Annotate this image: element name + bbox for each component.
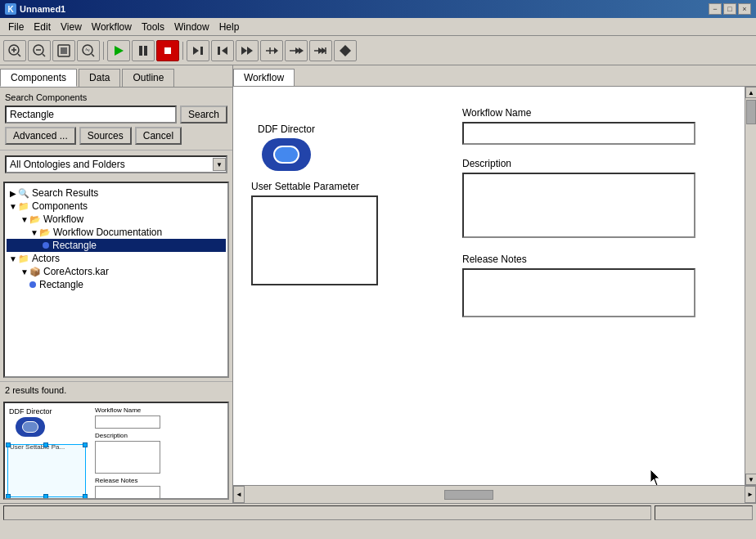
ddf-director-component[interactable]: DDF Director bbox=[258, 124, 315, 171]
scroll-left-button[interactable]: ◄ bbox=[233, 486, 245, 503]
dropdown-row: All Ontologies and Folders Components Ac… bbox=[0, 150, 232, 178]
close-button[interactable]: × bbox=[738, 3, 751, 15]
folder-open-icon: 📂 bbox=[29, 214, 41, 225]
toolbar-sep-2 bbox=[182, 42, 183, 60]
resize-handle-bm bbox=[43, 494, 48, 499]
search-input[interactable] bbox=[5, 106, 177, 124]
workflow-canvas[interactable]: DDF Director User Settable Parameter Wor… bbox=[233, 87, 745, 485]
svg-line-6 bbox=[43, 54, 45, 56]
step-button[interactable] bbox=[187, 40, 209, 61]
stop-button[interactable] bbox=[156, 40, 179, 61]
svg-line-11 bbox=[92, 54, 94, 56]
preview-wf-name-input bbox=[95, 415, 160, 429]
svg-marker-34 bbox=[340, 45, 351, 56]
preview-ddf-icon bbox=[16, 417, 45, 437]
advanced-button[interactable]: Advanced ... bbox=[5, 127, 76, 145]
main-content: Components Data Outline Search Component… bbox=[0, 65, 756, 503]
preview-param-box: User Settable Pa... bbox=[7, 444, 86, 497]
ontology-dropdown[interactable]: All Ontologies and Folders Components Ac… bbox=[5, 155, 227, 173]
window-title: Unnamed1 bbox=[20, 4, 65, 14]
run-button[interactable] bbox=[107, 40, 130, 61]
diamond-button[interactable] bbox=[334, 40, 357, 61]
menu-view[interactable]: View bbox=[56, 20, 87, 34]
h-scroll-thumb[interactable] bbox=[444, 490, 493, 500]
minimize-button[interactable]: − bbox=[709, 3, 722, 15]
step-back-button[interactable] bbox=[211, 40, 234, 61]
toggle-actors: ▼ bbox=[8, 254, 18, 263]
workflow-canvas-wrapper: DDF Director User Settable Parameter Wor… bbox=[233, 87, 756, 485]
preview-ddf-label: DDF Director bbox=[9, 407, 52, 415]
arr1-button[interactable] bbox=[260, 40, 283, 61]
release-notes-label: Release Notes bbox=[462, 254, 695, 265]
svg-rect-20 bbox=[218, 47, 220, 55]
tree-coreactors[interactable]: ▼ 📦 CoreActors.kar bbox=[7, 265, 226, 278]
left-panel: Components Data Outline Search Component… bbox=[0, 65, 233, 503]
tab-outline[interactable]: Outline bbox=[122, 69, 174, 87]
sources-button[interactable]: Sources bbox=[79, 127, 132, 145]
menu-file[interactable]: File bbox=[3, 20, 29, 34]
folder-icon: 📁 bbox=[18, 201, 29, 212]
menu-edit[interactable]: Edit bbox=[29, 20, 56, 34]
svg-marker-21 bbox=[222, 47, 227, 55]
user-settable-component: User Settable Parameter bbox=[251, 181, 378, 285]
forward-button[interactable] bbox=[236, 40, 259, 61]
menu-help[interactable]: Help bbox=[214, 20, 245, 34]
search-row: Search bbox=[5, 106, 227, 124]
title-bar: K Unnamed1 − □ × bbox=[0, 0, 756, 18]
toggle-workflow: ▼ bbox=[20, 215, 29, 224]
release-notes-textarea[interactable] bbox=[462, 268, 695, 317]
tree-rectangle-selected[interactable]: Rectangle bbox=[7, 239, 226, 252]
scrollbar-track bbox=[745, 98, 756, 474]
tree-workflow-doc[interactable]: ▼ 📂 Workflow Documentation bbox=[7, 226, 226, 239]
ddf-director-label: DDF Director bbox=[258, 124, 315, 135]
item-dot-icon bbox=[29, 281, 36, 288]
search-button[interactable]: Search bbox=[180, 106, 227, 124]
tree-label: Search Results bbox=[32, 187, 98, 199]
ddf-director-icon bbox=[262, 138, 311, 171]
scroll-right-button[interactable]: ► bbox=[745, 486, 756, 503]
maximize-button[interactable]: □ bbox=[723, 3, 736, 15]
component-tree[interactable]: ▶ 🔍 Search Results ▼ 📁 Components ▼ 📂 Wo… bbox=[3, 182, 229, 378]
zoom-reset-button[interactable] bbox=[77, 40, 100, 61]
tab-data[interactable]: Data bbox=[79, 69, 120, 87]
pause-button[interactable] bbox=[132, 40, 155, 61]
tab-components[interactable]: Components bbox=[0, 69, 77, 87]
svg-marker-25 bbox=[274, 47, 278, 54]
tree-actors[interactable]: ▼ 📁 Actors bbox=[7, 252, 226, 265]
menu-window[interactable]: Window bbox=[169, 20, 214, 34]
results-count: 2 results found. bbox=[5, 385, 66, 395]
tree-workflow[interactable]: ▼ 📂 Workflow bbox=[7, 213, 226, 226]
ontology-dropdown-wrapper: All Ontologies and Folders Components Ac… bbox=[5, 155, 227, 173]
tree-search-results[interactable]: ▶ 🔍 Search Results bbox=[7, 186, 226, 200]
toolbar-sep-1 bbox=[103, 42, 104, 60]
menu-bar: File Edit View Workflow Tools Window Hel… bbox=[0, 18, 756, 36]
status-bar bbox=[0, 503, 756, 521]
form-group-notes: Release Notes bbox=[462, 254, 695, 320]
scroll-up-button[interactable]: ▲ bbox=[745, 87, 756, 98]
arr3-button[interactable] bbox=[309, 40, 332, 61]
scrollbar-thumb[interactable] bbox=[746, 100, 756, 124]
svg-line-3 bbox=[18, 54, 20, 56]
description-textarea[interactable] bbox=[462, 173, 695, 238]
fit-button[interactable] bbox=[52, 40, 75, 61]
description-label: Description bbox=[462, 158, 695, 169]
search-icon: 🔍 bbox=[18, 188, 29, 199]
zoom-out-button[interactable] bbox=[28, 40, 51, 61]
right-panel: Workflow DDF Director User Settable Para… bbox=[233, 65, 756, 503]
zoom-in-button[interactable] bbox=[3, 40, 26, 61]
workflow-name-input[interactable] bbox=[462, 122, 695, 145]
tree-components[interactable]: ▼ 📁 Components bbox=[7, 200, 226, 213]
tree-rectangle-2[interactable]: Rectangle bbox=[7, 278, 226, 291]
arr2-button[interactable] bbox=[285, 40, 308, 61]
tab-workflow[interactable]: Workflow bbox=[233, 69, 295, 86]
preview-wf-name-label: Workflow Name bbox=[95, 406, 160, 414]
scroll-down-button[interactable]: ▼ bbox=[745, 474, 756, 485]
app-icon: K bbox=[5, 3, 16, 15]
right-scrollbar: ▲ ▼ bbox=[745, 87, 756, 485]
toggle-components: ▼ bbox=[8, 202, 18, 211]
status-left bbox=[3, 505, 651, 520]
cancel-button[interactable]: Cancel bbox=[135, 127, 182, 145]
menu-tools[interactable]: Tools bbox=[137, 20, 169, 34]
h-scroll-track bbox=[245, 486, 745, 503]
menu-workflow[interactable]: Workflow bbox=[87, 20, 137, 34]
